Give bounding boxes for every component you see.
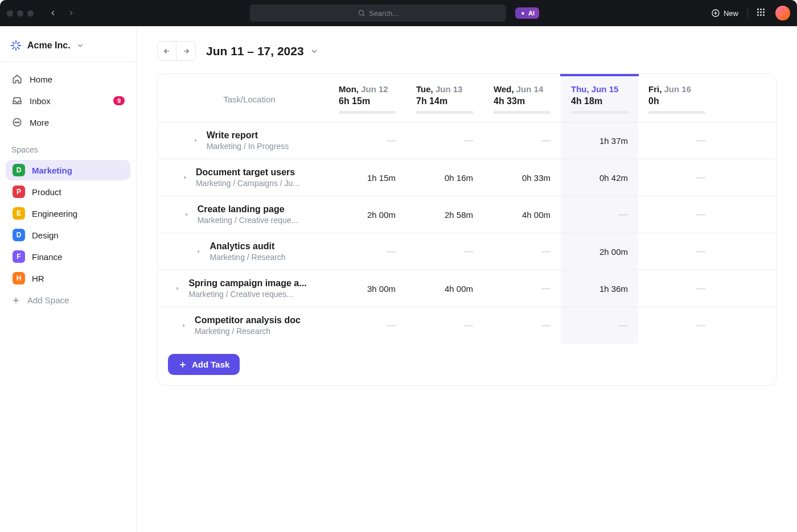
task-cell[interactable]: Spring campaign image a... Marketing / C…: [158, 270, 328, 307]
time-cell[interactable]: 2h 58m: [406, 196, 483, 233]
nav-more[interactable]: More: [6, 112, 130, 133]
caret-right-icon[interactable]: [181, 323, 190, 328]
add-space-label: Add Space: [27, 295, 69, 305]
space-item-hr[interactable]: HHR: [6, 268, 130, 288]
task-name: Write report: [207, 130, 289, 141]
time-cell[interactable]: —: [561, 196, 638, 233]
time-cell[interactable]: —: [328, 122, 406, 159]
time-value: —: [541, 320, 550, 331]
day-header[interactable]: Wed, Jun 14 4h 33m: [483, 74, 561, 122]
next-week-button[interactable]: [176, 42, 195, 60]
add-task-button[interactable]: Add Task: [168, 354, 240, 375]
task-path: Marketing / Creative reque...: [198, 216, 298, 225]
time-cell[interactable]: 4h 00m: [483, 196, 561, 233]
task-cell[interactable]: Document target users Marketing / Campai…: [158, 159, 328, 196]
space-badge: D: [13, 164, 25, 176]
task-cell[interactable]: Create landing page Marketing / Creative…: [158, 196, 328, 233]
time-cell[interactable]: 1h 36m: [561, 270, 638, 307]
date-range-picker[interactable]: Jun 11 – 17, 2023: [206, 44, 319, 58]
task-row: Create landing page Marketing / Creative…: [158, 196, 776, 233]
day-total: 7h 14m: [416, 96, 447, 106]
day-header[interactable]: Fri, Jun 16 0h: [638, 74, 716, 122]
caret-right-icon[interactable]: [184, 212, 193, 217]
time-cell[interactable]: —: [328, 233, 406, 270]
time-cell[interactable]: 4h 00m: [406, 270, 483, 307]
time-cell[interactable]: —: [406, 233, 483, 270]
time-cell[interactable]: 1h 15m: [328, 159, 406, 196]
time-cell[interactable]: —: [406, 307, 483, 344]
forward-button[interactable]: [64, 6, 78, 20]
new-button[interactable]: New: [711, 9, 738, 18]
time-value: 3h 00m: [367, 284, 396, 294]
time-value: —: [619, 320, 628, 331]
time-cell[interactable]: —: [483, 270, 561, 307]
time-value: 4h 00m: [522, 210, 550, 220]
avatar[interactable]: [775, 6, 790, 20]
space-name: Design: [32, 230, 59, 240]
caret-right-icon[interactable]: [175, 286, 184, 291]
svg-marker-22: [195, 139, 197, 142]
time-cell[interactable]: 2h 00m: [328, 196, 406, 233]
nav-home[interactable]: Home: [6, 69, 130, 89]
workspace-logo-icon: [10, 40, 22, 51]
day-progress: [339, 111, 396, 114]
time-cell[interactable]: —: [638, 233, 716, 270]
time-cell[interactable]: 0h 16m: [406, 159, 483, 196]
time-value: 0h 42m: [599, 173, 628, 183]
time-cell[interactable]: —: [638, 159, 716, 196]
time-cell[interactable]: —: [638, 270, 716, 307]
search-input[interactable]: Search...: [250, 5, 506, 22]
time-cell[interactable]: 1h 37m: [561, 122, 638, 159]
prev-week-button[interactable]: [158, 42, 176, 60]
minimize-dot[interactable]: [17, 10, 23, 17]
space-item-product[interactable]: PProduct: [6, 182, 130, 202]
space-item-finance[interactable]: FFinance: [6, 246, 130, 267]
nav-inbox[interactable]: Inbox 9: [6, 90, 130, 111]
time-cell[interactable]: —: [638, 196, 716, 233]
time-value: —: [387, 135, 396, 146]
ai-label: AI: [528, 10, 535, 17]
space-item-engineering[interactable]: EEngineering: [6, 203, 130, 224]
space-item-marketing[interactable]: DMarketing: [6, 160, 130, 180]
time-cell[interactable]: —: [638, 122, 716, 159]
time-cell[interactable]: —: [483, 307, 561, 344]
caret-right-icon[interactable]: [182, 175, 191, 180]
task-cell[interactable]: Write report Marketing / In Progress: [158, 122, 328, 159]
svg-point-2: [521, 12, 524, 15]
time-cell[interactable]: —: [638, 307, 716, 344]
time-cell[interactable]: —: [483, 233, 561, 270]
add-space-button[interactable]: Add Space: [0, 290, 136, 311]
day-label: Fri, Jun 16: [648, 84, 691, 94]
workspace-switcher[interactable]: Acme Inc.: [0, 34, 136, 62]
day-total: 4h 18m: [571, 96, 602, 106]
time-value: —: [387, 320, 396, 331]
time-cell[interactable]: 0h 33m: [483, 159, 561, 196]
time-value: —: [696, 135, 705, 146]
time-cell[interactable]: 2h 00m: [561, 233, 638, 270]
task-cell[interactable]: Analytics audit Marketing / Research: [158, 233, 328, 270]
task-cell[interactable]: Competitor analysis doc Marketing / Rese…: [158, 307, 328, 344]
caret-right-icon[interactable]: [196, 249, 205, 254]
caret-right-icon[interactable]: [193, 138, 202, 143]
apps-button[interactable]: [757, 9, 766, 18]
zoom-dot[interactable]: [27, 10, 34, 17]
back-button[interactable]: [46, 6, 60, 20]
ai-button[interactable]: AI: [515, 7, 539, 19]
time-cell[interactable]: —: [328, 307, 406, 344]
time-cell[interactable]: —: [406, 122, 483, 159]
space-item-design[interactable]: DDesign: [6, 225, 130, 245]
space-name: Finance: [32, 252, 62, 262]
task-path: Marketing / Research: [209, 253, 285, 262]
search-placeholder: Search...: [369, 9, 398, 18]
time-cell[interactable]: 3h 00m: [328, 270, 406, 307]
time-value: 1h 37m: [599, 136, 628, 146]
day-header[interactable]: Mon, Jun 12 6h 15m: [328, 74, 406, 122]
close-dot[interactable]: [7, 10, 13, 17]
time-cell[interactable]: 0h 42m: [561, 159, 638, 196]
day-header[interactable]: Tue, Jun 13 7h 14m: [406, 74, 483, 122]
task-row: Competitor analysis doc Marketing / Rese…: [158, 307, 776, 344]
time-cell[interactable]: —: [483, 122, 561, 159]
day-header[interactable]: Thu, Jun 15 4h 18m: [561, 74, 638, 122]
space-badge: P: [13, 185, 25, 198]
time-cell[interactable]: —: [561, 307, 638, 344]
